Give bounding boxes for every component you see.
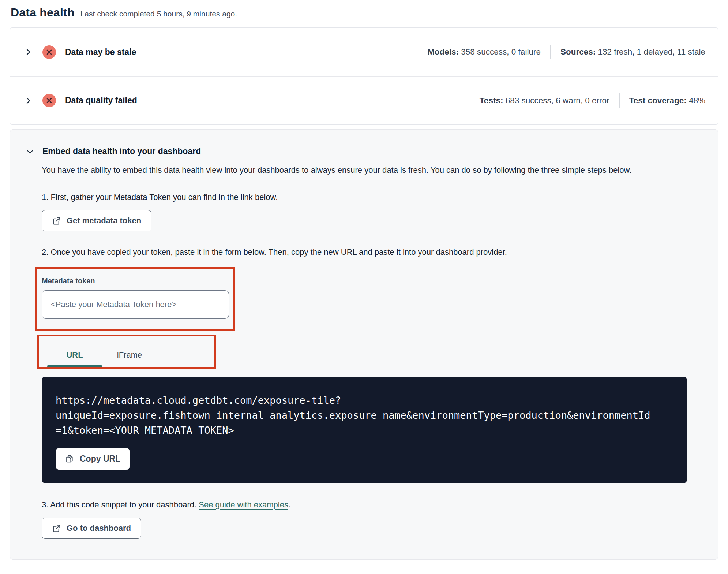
copy-url-button[interactable]: Copy URL	[56, 448, 130, 470]
models-stat-label: Models:	[428, 47, 459, 56]
copy-icon	[65, 454, 74, 463]
page-header: Data health Last check completed 5 hours…	[10, 6, 718, 19]
divider	[550, 45, 551, 59]
step3-text-after: .	[288, 500, 290, 509]
go-to-dashboard-button[interactable]: Go to dashboard	[42, 518, 141, 539]
metadata-token-annotation-box: Metadata token	[35, 267, 235, 331]
divider	[619, 93, 620, 108]
status-row-data-stale[interactable]: Data may be stale Models: 358 success, 0…	[10, 28, 718, 76]
test-coverage-stat-value: 48%	[687, 96, 705, 105]
tests-stat-value: 683 success, 6 warn, 0 error	[503, 96, 609, 105]
get-metadata-token-button[interactable]: Get metadata token	[42, 210, 151, 231]
models-stat-value: 358 success, 0 failure	[459, 47, 541, 56]
step3-text-before: 3. Add this code snippet to your dashboa…	[42, 500, 199, 509]
test-coverage-stat: Test coverage: 48%	[629, 96, 705, 105]
tests-stat: Tests: 683 success, 6 warn, 0 error	[480, 96, 609, 105]
models-stat: Models: 358 success, 0 failure	[428, 47, 541, 57]
metadata-token-input[interactable]	[42, 290, 229, 319]
embed-section-header[interactable]: Embed data health into your dashboard	[25, 146, 686, 156]
step2-text: 2. Once you have copied your token, past…	[42, 247, 686, 257]
embed-url-text: https://metadata.cloud.getdbt.com/exposu…	[56, 393, 673, 438]
test-coverage-stat-label: Test coverage:	[629, 96, 687, 105]
step3-text: 3. Add this code snippet to your dashboa…	[42, 500, 686, 510]
x-circle-error-icon	[42, 45, 56, 59]
tab-iframe[interactable]: iFrame	[102, 344, 157, 366]
metadata-token-label: Metadata token	[42, 277, 233, 285]
status-row-label: Data quality failed	[65, 96, 137, 105]
status-row-stats: Tests: 683 success, 6 warn, 0 error Test…	[480, 93, 705, 108]
embed-section-title: Embed data health into your dashboard	[42, 146, 201, 156]
status-card: Data may be stale Models: 358 success, 0…	[10, 27, 718, 125]
external-link-icon	[52, 524, 61, 533]
step1-text: 1. First, gather your Metadata Token you…	[42, 193, 686, 202]
tests-stat-label: Tests:	[480, 96, 503, 105]
chevron-right-icon[interactable]	[23, 96, 33, 105]
embed-description: You have the ability to embed this data …	[42, 164, 686, 176]
embed-section-body: You have the ability to embed this data …	[42, 164, 686, 539]
x-circle-error-icon	[42, 94, 56, 107]
sources-stat-value: 132 fresh, 1 delayed, 11 stale	[596, 47, 705, 56]
see-guide-link[interactable]: See guide with examples	[199, 500, 288, 509]
data-health-page: Data health Last check completed 5 hours…	[0, 0, 728, 560]
embed-url-code-block: https://metadata.cloud.getdbt.com/exposu…	[42, 377, 687, 483]
output-tabbar: URL iFrame	[42, 344, 687, 366]
chevron-right-icon[interactable]	[23, 47, 33, 57]
status-row-data-quality[interactable]: Data quality failed Tests: 683 success, …	[10, 76, 718, 124]
last-check-status: Last check completed 5 hours, 9 minutes …	[80, 10, 237, 18]
sources-stat-label: Sources:	[560, 47, 596, 56]
status-row-stats: Models: 358 success, 0 failure Sources: …	[428, 45, 705, 59]
output-tabs-wrap: URL iFrame	[42, 344, 687, 366]
chevron-down-icon[interactable]	[25, 147, 35, 156]
go-to-dashboard-label: Go to dashboard	[67, 523, 131, 533]
tab-url[interactable]: URL	[47, 344, 102, 366]
get-metadata-token-label: Get metadata token	[67, 216, 141, 225]
copy-url-label: Copy URL	[80, 454, 120, 464]
status-row-label: Data may be stale	[65, 47, 136, 57]
sources-stat: Sources: 132 fresh, 1 delayed, 11 stale	[560, 47, 705, 57]
external-link-icon	[52, 216, 61, 225]
embed-section: Embed data health into your dashboard Yo…	[10, 129, 718, 560]
page-title: Data health	[11, 6, 75, 19]
